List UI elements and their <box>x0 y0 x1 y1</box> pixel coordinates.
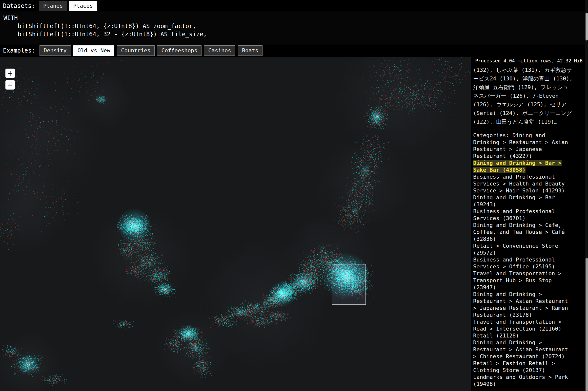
categories-label: Categories: <box>473 132 512 138</box>
map-dots-canvas <box>0 57 471 391</box>
category-item: Business and Professional Services > Hea… <box>473 173 573 194</box>
category-item: Dining and Drinking > Cafe, Coffee, and … <box>473 222 573 242</box>
example-button-casinos[interactable]: Casinos <box>204 45 235 56</box>
dataset-button-planes[interactable]: Planes <box>39 1 67 11</box>
categories-section: Categories: Dining and Drinking > Restau… <box>473 132 573 388</box>
examples-bar: Examples: Density Old vs New Countries C… <box>0 44 588 57</box>
datasets-bar: Datasets: Planes Places <box>0 0 588 11</box>
category-item: Business and Professional Services > Off… <box>473 256 573 270</box>
zoom-in-button[interactable]: + <box>5 69 15 78</box>
category-item: Categories: Dining and Drinking > Restau… <box>473 132 573 160</box>
datasets-label: Datasets: <box>3 2 35 9</box>
page-scrollbar-thumb[interactable] <box>586 258 588 391</box>
sql-editor[interactable]: WITH bitShiftLeft(1::UInt64, {z:UInt8}) … <box>0 11 588 44</box>
query-scrollbar-thumb[interactable] <box>586 13 588 40</box>
category-item: Retail > Fashion Retail > Clothing Store… <box>473 360 573 374</box>
category-item: Retail (21128) <box>473 332 573 339</box>
zoom-control: + − <box>5 69 15 90</box>
category-item: Dining and Drinking > Bar (39243) <box>473 194 573 208</box>
brands-text: (132), しゃぶ葉 (131), カギ救急サービス24 (130), 洋服の… <box>473 66 573 126</box>
category-item: Travel and Transportation > Transport Hu… <box>473 270 573 291</box>
category-item: Dining and Drinking > Restaurant > Asian… <box>473 339 573 360</box>
selection-rectangle <box>332 264 366 305</box>
status-text: Processed 4.04 million rows, 42.32 MiB <box>474 58 584 64</box>
example-button-coffeeshops[interactable]: Coffeeshops <box>157 45 201 56</box>
main-area: + − Processed 4.04 million rows, 42.32 M… <box>0 57 588 391</box>
zoom-out-button[interactable]: − <box>5 80 15 90</box>
category-item: Retail > Convenience Store (29572) <box>473 242 573 256</box>
category-item: Business and Professional Services (3670… <box>473 208 573 222</box>
category-item: Landmarks and Outdoors > Park (19498) <box>473 374 573 388</box>
examples-label: Examples: <box>3 47 35 54</box>
scrollbar-track <box>585 0 588 391</box>
map[interactable]: + − <box>0 57 471 391</box>
sql-text: WITH bitShiftLeft(1::UInt64, {z:UInt8}) … <box>3 14 585 38</box>
example-button-old-vs-new[interactable]: Old vs New <box>73 45 114 56</box>
dataset-button-places[interactable]: Places <box>69 1 97 11</box>
example-button-countries[interactable]: Countries <box>117 45 154 56</box>
example-button-density[interactable]: Density <box>39 45 71 56</box>
stats-sidebar[interactable]: (132), しゃぶ葉 (131), カギ救急サービス24 (130), 洋服の… <box>471 57 588 391</box>
category-item: Dining and Drinking > Restaurant > Asian… <box>473 291 573 318</box>
example-button-boats[interactable]: Boats <box>238 45 263 56</box>
category-item-highlighted: Dining and Drinking > Bar > Sake Bar (43… <box>473 160 573 173</box>
category-item: Travel and Transportation > Road > Inter… <box>473 318 573 332</box>
